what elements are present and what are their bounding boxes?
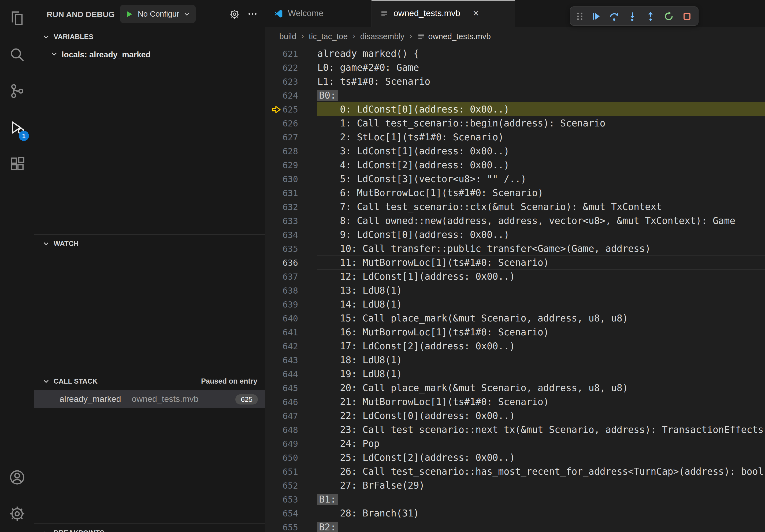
line-number[interactable]: 634 [283,230,298,240]
code-line-text[interactable]: 8: Call owned::new(address, address, vec… [318,214,765,228]
line-number[interactable]: 635 [283,243,298,254]
explorer-icon[interactable] [0,0,34,36]
breakpoint-gutter[interactable] [270,132,283,142]
line-number[interactable]: 654 [283,508,298,518]
search-icon[interactable] [0,36,34,73]
line-number[interactable]: 653 [283,494,298,504]
breakpoint-gutter[interactable] [270,215,283,226]
breakpoint-gutter[interactable] [270,271,283,282]
breakpoint-gutter[interactable] [270,160,283,170]
code-line-text[interactable]: 5: LdConst[3](vector<u8>: "" /..) [318,172,765,186]
breakpoint-gutter[interactable] [270,424,283,435]
breakpoint-gutter[interactable] [270,201,283,212]
line-number[interactable]: 630 [283,174,298,184]
code-line-text[interactable]: 0: LdConst[0](address: 0x00..) [318,102,765,116]
line-number[interactable]: 643 [283,355,298,365]
breadcrumb-item[interactable]: owned_tests.mvb [417,31,491,40]
breakpoint-gutter[interactable] [270,257,283,268]
line-number[interactable]: 632 [283,202,298,212]
restart-icon[interactable] [659,8,678,24]
code-line-text[interactable]: 7: Call test_scenario::ctx(&mut Scenario… [318,200,765,214]
line-number[interactable]: 628 [283,146,298,156]
close-icon[interactable]: ✕ [472,9,479,18]
breakpoint-gutter[interactable] [270,90,283,101]
code-line-text[interactable]: 4: LdConst[2](address: 0x00..) [318,158,765,172]
line-number[interactable]: 631 [283,188,298,198]
code-line-text[interactable]: 12: LdConst[1](address: 0x00..) [318,269,765,283]
extensions-icon[interactable] [0,146,34,182]
step-into-icon[interactable] [623,8,641,24]
paused-arrow-gutter[interactable] [270,104,283,115]
line-number[interactable]: 626 [283,118,298,128]
breakpoint-gutter[interactable] [270,62,283,73]
breakpoint-gutter[interactable] [270,466,283,477]
line-number[interactable]: 624 [283,90,298,101]
line-number[interactable]: 633 [283,216,298,226]
toolbar-drag-handle-icon[interactable] [572,8,586,24]
breakpoint-gutter[interactable] [270,494,283,505]
code-line-text[interactable]: 25: LdConst[2](address: 0x00..) [318,450,765,464]
section-header-call-stack[interactable]: CALL STACK Paused on entry [34,372,265,390]
code-line-text[interactable]: 21: MutBorrowLoc[1](ts#1#0: Scenario) [318,395,765,409]
line-number[interactable]: 648 [283,424,298,435]
breakpoint-gutter[interactable] [270,76,283,87]
line-number[interactable]: 655 [283,522,298,532]
breakpoint-gutter[interactable] [270,173,283,184]
debug-settings-gear-icon[interactable] [230,9,240,19]
line-number[interactable]: 649 [283,438,298,449]
code-line-text[interactable]: 19: LdU8(1) [318,367,765,381]
line-number[interactable]: 652 [283,480,298,490]
line-number[interactable]: 642 [283,341,298,351]
line-number[interactable]: 640 [283,313,298,323]
breakpoint-gutter[interactable] [270,410,283,421]
variables-scope-locals[interactable]: locals: already_marked [34,46,265,63]
tab-welcome[interactable]: Welcome [265,0,372,27]
code-line-text[interactable]: 20: Call place_mark(&mut Scenario, addre… [318,381,765,395]
breakpoint-gutter[interactable] [270,48,283,59]
line-number[interactable]: 651 [283,466,298,476]
breakpoint-gutter[interactable] [270,383,283,393]
code-line-text[interactable]: B1: [318,492,765,506]
code-line-text[interactable]: 2: StLoc[1](ts#1#0: Scenario) [318,130,765,144]
line-number[interactable]: 622 [283,62,298,73]
step-out-icon[interactable] [641,8,659,24]
breakpoint-gutter[interactable] [270,146,283,156]
line-number[interactable]: 638 [283,285,298,296]
code-line-text[interactable]: 3: LdConst[1](address: 0x00..) [318,144,765,158]
breakpoint-gutter[interactable] [270,327,283,338]
code-line-text[interactable]: 11: MutBorrowLoc[1](ts#1#0: Scenario) [318,256,765,269]
code-line-text[interactable]: 16: MutBorrowLoc[1](ts#1#0: Scenario) [318,325,765,339]
section-header-breakpoints[interactable]: BREAKPOINTS [34,524,265,532]
line-number[interactable]: 647 [283,411,298,421]
run-and-debug-icon[interactable]: 1 [0,109,34,146]
code-line-text[interactable]: already_marked() { [318,47,765,61]
code-line-text[interactable]: 15: Call place_mark(&mut Scenario, addre… [318,311,765,325]
call-stack-frame[interactable]: already_marked owned_tests.mvb 625 [34,390,265,408]
breakpoint-gutter[interactable] [270,369,283,379]
line-number[interactable]: 645 [283,383,298,393]
more-actions-icon[interactable] [248,9,257,19]
code-line-text[interactable]: B0: [318,89,765,102]
breakpoint-gutter[interactable] [270,118,283,129]
code-line-text[interactable]: 18: LdU8(1) [318,353,765,367]
breakpoint-gutter[interactable] [270,452,283,463]
code-line-text[interactable]: 1: Call test_scenario::begin(address): S… [318,116,765,130]
line-number[interactable]: 646 [283,397,298,407]
source-control-icon[interactable] [0,73,34,109]
line-number[interactable]: 641 [283,327,298,337]
breakpoint-gutter[interactable] [270,480,283,491]
code-line-text[interactable]: 23: Call test_scenario::next_tx(&mut Sce… [318,423,765,437]
breakpoint-gutter[interactable] [270,341,283,352]
debug-config-dropdown[interactable]: No Configur [120,5,196,23]
continue-icon[interactable] [586,8,605,24]
stop-icon[interactable] [678,8,696,24]
breakpoint-gutter[interactable] [270,243,283,254]
breadcrumb-item[interactable]: disassembly [360,31,404,40]
breakpoint-gutter[interactable] [270,355,283,366]
line-number[interactable]: 650 [283,452,298,463]
code-line-text[interactable]: L0: game#2#0: Game [318,61,765,75]
line-number[interactable]: 627 [283,132,298,142]
breakpoint-gutter[interactable] [270,397,283,407]
breakpoint-gutter[interactable] [270,438,283,449]
breakpoint-gutter[interactable] [270,187,283,198]
